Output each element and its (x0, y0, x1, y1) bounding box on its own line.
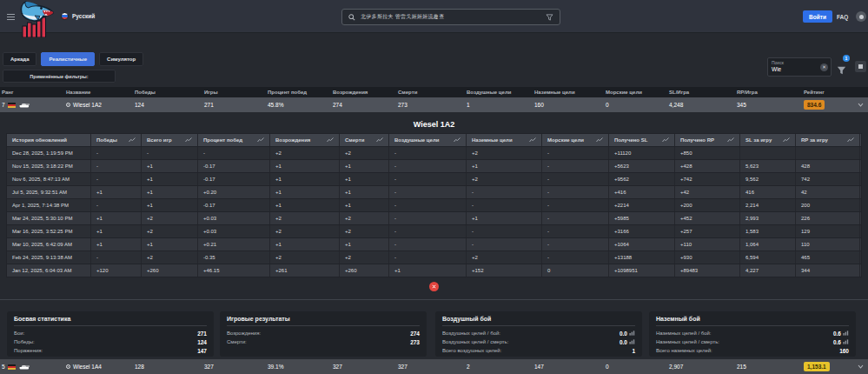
vehicle-name-cell[interactable]: Wiesel 1A4 (66, 364, 135, 370)
vehicle-type-icon (66, 364, 70, 369)
chevron-down-icon[interactable] (858, 103, 864, 107)
trend-icon (629, 339, 635, 344)
history-column-header[interactable]: Возрождения (270, 134, 340, 146)
history-cell: +5985 (609, 212, 675, 224)
history-row[interactable]: Jul 5, 2025, 9:32:51 AM+1+1+0.20+1+1---+… (7, 185, 861, 198)
menu-icon[interactable] (7, 14, 15, 20)
card-stat-row: Возрождения:274 (227, 329, 420, 337)
history-column-header[interactable]: Смерти (340, 134, 389, 146)
thundershark-logo[interactable] (17, 1, 56, 37)
history-row[interactable]: Mar 16, 2025, 3:52:25 PM+1+2+0.03+2+2---… (7, 224, 861, 237)
history-cell: +1 (467, 160, 542, 172)
ranking-column-header[interactable]: Игры (204, 90, 268, 95)
history-column-header[interactable]: Морские цели (542, 134, 609, 146)
sparkline-icon[interactable] (129, 137, 136, 143)
history-cell: - (467, 225, 542, 237)
search-filter-icon[interactable] (546, 14, 553, 21)
login-button[interactable]: Войти (803, 10, 832, 23)
faq-link[interactable]: FAQ (837, 14, 848, 20)
tab-1[interactable]: Аркада (3, 52, 36, 66)
history-row[interactable]: Dec 28, 2025, 1:19:59 PM---+2+2-+2-+1112… (7, 146, 861, 159)
sparkline-icon[interactable] (257, 137, 264, 143)
chevron-down-icon[interactable] (858, 364, 864, 369)
ranking-column-header[interactable]: Воздушные цели (467, 90, 534, 95)
ranking-column-header[interactable]: Ранг (2, 90, 66, 95)
ranking-column-header[interactable]: SL/Игра (669, 90, 737, 95)
history-cell: - (91, 147, 142, 159)
sparkline-icon[interactable] (596, 137, 603, 143)
ranking-column-header[interactable]: Название (66, 90, 135, 95)
history-cell: +1 (142, 173, 198, 185)
history-cell: +1 (340, 199, 389, 211)
history-cell: +1098951 (609, 264, 675, 277)
history-cell: +1 (270, 186, 340, 198)
history-column-header[interactable]: Процент побед (198, 134, 270, 146)
card-title: Воздушный бой (442, 316, 635, 326)
sparkline-icon[interactable] (783, 137, 790, 143)
history-row[interactable]: Mar 24, 2025, 5:30:10 PM+1+2+0.03+2+2-+1… (7, 211, 861, 224)
ranking-column-header[interactable]: Победы (135, 90, 204, 95)
sparkline-icon[interactable] (847, 137, 854, 143)
germany-flag-icon (8, 103, 16, 108)
applied-filters-button[interactable]: Применённые фильтры: (3, 70, 116, 83)
ranking-column-header[interactable]: Наземные цели (534, 90, 606, 95)
table-search-field[interactable]: Поиск Wie ✕ (767, 57, 832, 77)
history-cell: +2 (142, 212, 198, 224)
ranking-column-header[interactable]: Рейтинг (804, 90, 868, 95)
history-cell: +416 (609, 186, 675, 198)
detail-title: Wiesel 1A2 (0, 120, 868, 129)
history-row[interactable]: Apr 1, 2025, 7:14:38 PM-+1-0.17+1+1---+2… (7, 198, 861, 211)
history-column-header[interactable]: Получено RP (675, 134, 740, 146)
columns-settings-icon[interactable] (855, 61, 866, 72)
ranking-column-header[interactable]: RP/Игра (737, 90, 804, 95)
history-column-header[interactable]: Воздушные цели (389, 134, 467, 146)
history-row[interactable]: Mar 10, 2025, 6:42:09 AM+1+1+0.21+1+1---… (7, 237, 861, 250)
history-cell: +1 (142, 186, 198, 198)
history-column-header[interactable]: SL за игру (740, 134, 796, 146)
history-cell: 9,562 (740, 173, 796, 185)
ranking-row-wiesel-1a2[interactable]: 7Wiesel 1A212427145.8%274273116004,24834… (0, 97, 868, 112)
history-column-header[interactable]: Победы (91, 134, 142, 146)
tab-3[interactable]: Симулятор (99, 52, 143, 66)
theme-toggle-icon[interactable] (856, 11, 866, 22)
trend-icon (843, 331, 849, 336)
clear-search-icon[interactable]: ✕ (820, 63, 828, 71)
history-cell: +42 (675, 186, 740, 198)
history-cell: +1 (142, 160, 198, 172)
history-row[interactable]: Jan 12, 2025, 6:04:03 AM+120+260+46.15+2… (7, 264, 861, 277)
ranking-column-header[interactable]: Процент побед (268, 90, 333, 95)
history-column-header[interactable]: История обновлений (7, 134, 91, 146)
ranking-column-header[interactable]: Возрождения (333, 90, 398, 95)
tab-2[interactable]: Реалистичные (41, 52, 95, 66)
sparkline-icon[interactable] (327, 137, 334, 143)
filter-funnel-icon[interactable] (837, 63, 846, 72)
language-selector[interactable]: Русский (61, 12, 95, 20)
history-column-header[interactable]: Получено SL (609, 134, 675, 146)
close-detail-button[interactable] (429, 282, 439, 291)
history-cell: +2 (467, 173, 542, 185)
ranking-column-header[interactable]: Смерти (398, 90, 467, 95)
history-column-header[interactable]: Наземные цели (467, 134, 542, 146)
search-input[interactable]: 北伊多斯拉夫 管雷戈姬姬姬流趣查 (341, 9, 560, 25)
history-cell: +200 (675, 199, 740, 211)
history-column-header[interactable]: RP за игру (796, 134, 860, 146)
history-row[interactable]: Feb 24, 2025, 9:13:38 AM-+2-0.35+2+2-+2-… (7, 250, 861, 264)
history-row[interactable]: Nov 6, 2025, 8:47:13 AM-+1-0.17+1+1-+2-+… (7, 172, 861, 185)
history-column-header[interactable]: Всего игр (142, 134, 198, 146)
logo-shark (22, 2, 54, 21)
history-row[interactable]: Nov 15, 2025, 3:18:22 PM-+1-0.17+1+1-+1-… (7, 159, 861, 172)
ranking-value-cell: 4,248 (669, 102, 737, 108)
sparkline-icon[interactable] (185, 137, 192, 143)
ranking-row-wiesel-1a4[interactable]: 5Wiesel 1A412832739.1%327327214702,90721… (0, 359, 868, 374)
stat-label: Возрождения: (227, 331, 261, 336)
ranking-column-header[interactable]: Морские цели (606, 90, 669, 95)
vehicle-name-cell[interactable]: Wiesel 1A2 (66, 102, 135, 108)
ranking-value-cell: 124 (135, 102, 204, 108)
sparkline-icon[interactable] (529, 137, 536, 143)
sparkline-icon[interactable] (727, 137, 734, 143)
sparkline-icon[interactable] (662, 137, 669, 143)
sparkline-icon[interactable] (454, 137, 461, 143)
sparkline-icon[interactable] (376, 137, 383, 143)
history-cell: - (389, 160, 467, 172)
history-header-row: История обновленийПобедыВсего игрПроцент… (7, 134, 861, 146)
